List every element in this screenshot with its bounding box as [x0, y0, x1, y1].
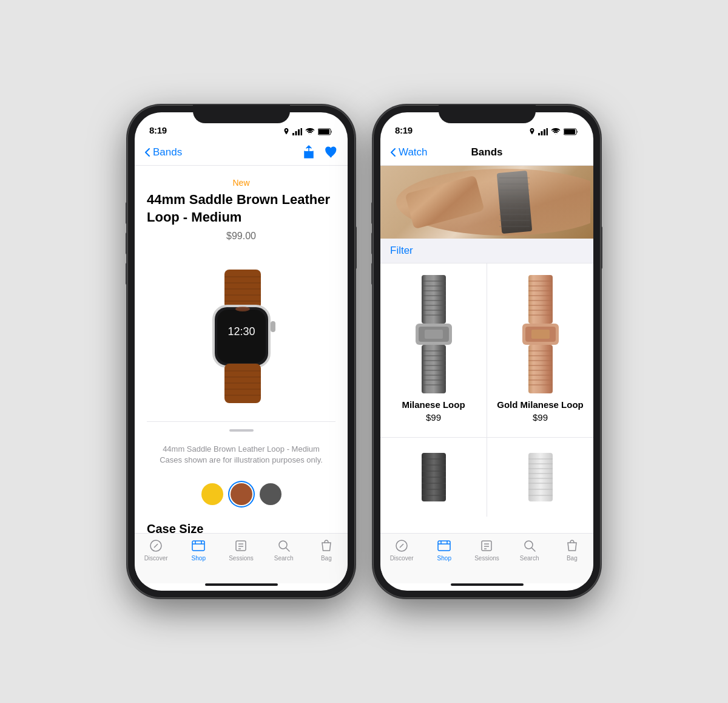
nav-title-2: Bands	[471, 146, 503, 158]
screen-2: 8:19	[380, 112, 593, 591]
back-label-1: Bands	[153, 146, 182, 158]
bag-icon-2	[565, 538, 579, 553]
product-cell-3[interactable]	[380, 438, 487, 517]
svg-rect-85	[531, 330, 550, 339]
svg-point-23	[235, 307, 250, 311]
filter-button[interactable]: Filter	[390, 245, 413, 256]
notch-2	[439, 105, 536, 123]
tab-search-2[interactable]: Search	[511, 538, 548, 562]
svg-rect-25	[192, 541, 204, 551]
home-indicator-1	[205, 583, 278, 586]
tab-bag-1[interactable]: Bag	[308, 538, 345, 562]
nav-bar-1: Bands	[135, 139, 348, 166]
svg-rect-40	[564, 129, 575, 134]
svg-rect-113	[438, 541, 450, 551]
svg-rect-16	[271, 321, 275, 332]
header-banner-svg	[384, 166, 590, 239]
tab-discover-1[interactable]: Discover	[138, 538, 174, 562]
tab-discover-2[interactable]: Discover	[383, 538, 420, 562]
caption-line1: 44mm Saddle Brown Leather Loop - Medium	[163, 444, 320, 453]
location-icon-2	[529, 128, 535, 135]
product-image-container: 12:30	[135, 251, 348, 421]
status-icons-2	[529, 128, 579, 135]
tab-sessions-2[interactable]: Sessions	[468, 538, 505, 562]
product-caption: 44mm Saddle Brown Leather Loop - Medium …	[135, 439, 348, 470]
tab-label-shop-2: Shop	[437, 555, 451, 562]
svg-line-34	[286, 548, 289, 552]
product-image-4	[501, 447, 580, 507]
product-cell-2[interactable]: Gold Milanese Loop $99	[487, 263, 593, 437]
battery-icon	[318, 128, 333, 135]
milanese-svg	[406, 275, 461, 393]
heart-icon[interactable]	[325, 146, 338, 158]
shop-icon-1	[191, 538, 206, 553]
tab-sessions-1[interactable]: Sessions	[223, 538, 259, 562]
swatch-gray[interactable]	[260, 483, 281, 505]
product-divider	[147, 421, 335, 422]
product-name-1: Milanese Loop	[402, 395, 465, 412]
product-badge: New	[135, 166, 348, 191]
status-time-2: 8:19	[395, 125, 413, 135]
sessions-icon-1	[234, 538, 248, 553]
signal-icon-2	[538, 128, 548, 135]
svg-rect-5	[318, 129, 329, 134]
svg-rect-35	[538, 133, 540, 135]
tab-label-shop-1: Shop	[192, 555, 206, 562]
tab-bar-2: Discover Shop	[380, 533, 593, 583]
home-indicator-2	[451, 583, 524, 586]
svg-rect-2	[298, 129, 300, 135]
discover-icon-2	[394, 538, 409, 553]
header-image	[380, 166, 593, 239]
share-icon[interactable]	[303, 145, 315, 160]
tab-search-1[interactable]: Search	[266, 538, 302, 562]
product-price: $99.00	[135, 226, 348, 251]
svg-rect-1	[295, 131, 297, 135]
watch-image: 12:30	[181, 263, 302, 409]
phone-2: 8:19	[373, 105, 601, 598]
nav-bar-2: Watch Bands	[380, 139, 593, 166]
filter-bar: Filter	[380, 239, 593, 263]
back-label-2: Watch	[399, 146, 428, 158]
svg-rect-64	[425, 330, 443, 339]
phone-1: 8:19	[127, 105, 355, 598]
discover-icon-1	[149, 538, 163, 553]
tab-label-search-1: Search	[274, 555, 294, 562]
product-image-gold-milanese	[501, 273, 580, 395]
notch	[193, 105, 290, 123]
back-button-2[interactable]: Watch	[390, 146, 428, 158]
svg-rect-103	[528, 453, 553, 501]
tab-label-discover-2: Discover	[390, 555, 414, 562]
product4-svg	[513, 453, 568, 501]
svg-rect-3	[301, 128, 303, 135]
product-name-2: Gold Milanese Loop	[497, 395, 584, 412]
scroll-indicator	[229, 429, 254, 432]
shop-icon-2	[437, 538, 451, 553]
product-image-milanese	[394, 273, 473, 395]
battery-icon-2	[564, 128, 579, 135]
svg-line-122	[531, 548, 535, 552]
status-time-1: 8:19	[149, 125, 167, 135]
tab-shop-2[interactable]: Shop	[426, 538, 462, 562]
browse-content[interactable]: Milanese Loop $99	[380, 263, 593, 533]
back-button-1[interactable]: Bands	[144, 146, 182, 158]
signal-icon	[292, 128, 302, 135]
status-icons-1	[283, 128, 333, 135]
wifi-icon	[305, 128, 315, 135]
swatch-brown[interactable]	[231, 483, 252, 505]
tab-bag-2[interactable]: Bag	[554, 538, 590, 562]
product3-svg	[406, 453, 461, 501]
tab-label-discover-1: Discover	[144, 555, 168, 562]
tab-shop-1[interactable]: Shop	[180, 538, 217, 562]
svg-rect-74	[528, 275, 553, 324]
swatch-yellow[interactable]	[201, 483, 223, 505]
product-price-1: $99	[426, 412, 441, 427]
svg-rect-53	[422, 275, 446, 324]
nav-actions-1	[303, 145, 338, 160]
search-icon-1	[277, 538, 291, 553]
product-detail-content[interactable]: New 44mm Saddle Brown Leather Loop - Med…	[135, 166, 348, 533]
product-grid: Milanese Loop $99	[380, 263, 593, 517]
bag-icon-1	[319, 538, 334, 553]
product-cell-1[interactable]: Milanese Loop $99	[380, 263, 487, 437]
product-cell-4[interactable]	[487, 438, 593, 517]
tab-label-search-2: Search	[520, 555, 539, 562]
